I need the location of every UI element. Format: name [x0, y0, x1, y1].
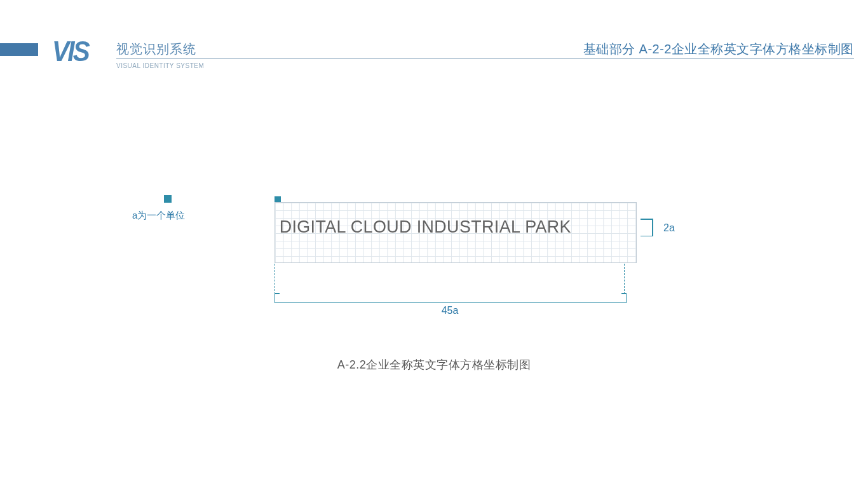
figure-caption: A-2.2企业全称英文字体方格坐标制图 [0, 357, 868, 372]
company-name-en: DIGITAL CLOUD INDUSTRIAL PARK [275, 217, 618, 237]
header-title-right: 基础部分 A-2-2企业全称英文字体方格坐标制图 [583, 41, 854, 58]
unit-note: a为一个单位 [132, 210, 185, 222]
height-measure-bracket [641, 219, 660, 236]
unit-square-icon [164, 195, 172, 203]
width-measure-bracket [275, 294, 627, 303]
width-measure-label: 45a [275, 305, 625, 316]
vis-logo-subtitle: VISUAL IDENTITY SYSTEM [116, 62, 204, 69]
header-title-cn: 视觉识别系统 [116, 41, 196, 58]
vertical-guide-left [275, 264, 275, 294]
vis-logo: VIS [52, 36, 88, 67]
vertical-guide-right [624, 264, 625, 294]
header-divider [116, 58, 854, 59]
height-measure-label: 2a [663, 222, 675, 234]
page-header: VIS VISUAL IDENTITY SYSTEM 视觉识别系统 基础部分 A… [0, 38, 868, 64]
header-accent-block [0, 43, 38, 56]
